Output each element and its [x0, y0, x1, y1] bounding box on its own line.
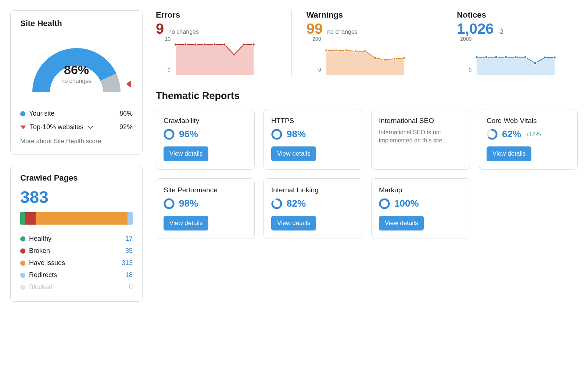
donut-icon: [271, 198, 282, 209]
report-delta: +12%: [526, 131, 541, 138]
crawl-row[interactable]: Broken 35: [20, 245, 133, 257]
metric-errors: Errors 9 no changes 10 0: [156, 10, 277, 76]
view-details-button[interactable]: View details: [164, 216, 208, 230]
report-card-international-seo: International SEOInternational SEO is no…: [371, 109, 470, 170]
axis-label: 200: [306, 36, 321, 42]
view-details-button[interactable]: View details: [379, 216, 424, 230]
dot-icon: [20, 248, 25, 254]
mini-chart-notices: [475, 40, 556, 76]
crawl-value: 313: [122, 259, 133, 267]
legend-your-site-label: Your site: [29, 110, 54, 117]
svg-point-1: [184, 43, 187, 46]
svg-point-14: [374, 57, 376, 59]
dot-icon: [20, 285, 25, 290]
crawl-label: Broken: [29, 247, 50, 255]
report-card-core-web-vitals: Core Web Vitals 62% +12% View details: [479, 109, 578, 170]
metric-notices-title: Notices: [457, 10, 578, 20]
svg-point-38: [380, 199, 389, 208]
svg-point-15: [383, 58, 386, 61]
report-card-https: HTTPS 98% View details: [263, 109, 362, 170]
crawl-value: 0: [129, 283, 133, 291]
svg-point-17: [403, 57, 405, 59]
axis-label: 0: [156, 67, 171, 73]
svg-point-5: [223, 43, 226, 46]
bar-segment: [128, 212, 133, 225]
svg-point-24: [534, 62, 537, 64]
svg-point-10: [335, 49, 337, 52]
triangle-down-icon: [20, 126, 26, 129]
site-health-title: Site Health: [20, 19, 133, 28]
crawl-row[interactable]: Have issues 313: [20, 257, 133, 269]
report-title: Crawlability: [164, 117, 247, 125]
report-title: International SEO: [379, 117, 462, 125]
svg-point-2: [194, 43, 197, 46]
site-health-percent: 86%: [23, 63, 130, 77]
svg-point-4: [214, 43, 216, 46]
thematic-reports-title: Thematic Reports: [156, 90, 578, 102]
svg-point-18: [476, 56, 478, 58]
crawl-value: 18: [125, 271, 133, 279]
crawl-row[interactable]: Blocked 0: [20, 281, 133, 293]
view-details-button[interactable]: View details: [487, 146, 531, 161]
svg-point-7: [243, 43, 245, 46]
report-card-internal-linking: Internal Linking 82% View details: [263, 178, 362, 239]
svg-point-28: [165, 130, 173, 138]
crawled-pages-card: Crawled Pages 383 Healthy 17 Broken 35 H…: [10, 165, 143, 302]
metric-notices-change: -2: [498, 29, 503, 35]
report-title: Markup: [379, 186, 462, 194]
report-title: HTTPS: [271, 117, 355, 125]
svg-point-13: [364, 50, 366, 52]
view-details-button[interactable]: View details: [271, 216, 316, 230]
crawl-label: Have issues: [29, 259, 65, 267]
crawl-label: Healthy: [29, 235, 51, 243]
svg-point-11: [344, 49, 347, 52]
crawl-value: 35: [125, 247, 133, 255]
site-health-subtext: no changes: [23, 78, 130, 84]
crawled-pages-total: 383: [20, 187, 133, 207]
metric-errors-value: 9: [156, 21, 164, 36]
dot-icon: [20, 261, 25, 266]
svg-point-20: [495, 56, 498, 58]
site-health-card: Site Health 86% no changes Your site 86%: [10, 10, 143, 155]
view-details-button[interactable]: View details: [271, 146, 316, 161]
report-desc: International SEO is not implemented on …: [379, 128, 462, 145]
svg-point-8: [252, 43, 255, 46]
axis-label: 0: [306, 67, 321, 73]
crawl-row[interactable]: Redirects 18: [20, 269, 133, 281]
metric-notices-value: 1,026: [457, 21, 494, 36]
svg-point-3: [204, 43, 206, 46]
view-details-button[interactable]: View details: [164, 146, 208, 161]
report-percent: 98%: [287, 128, 306, 140]
axis-label: 10: [156, 36, 171, 42]
bar-segment: [25, 212, 36, 225]
donut-icon: [164, 198, 175, 209]
svg-point-23: [524, 56, 527, 58]
crawl-label: Redirects: [29, 271, 57, 279]
donut-icon: [164, 129, 175, 140]
crawled-pages-bar: [20, 212, 133, 225]
bar-segment: [36, 212, 128, 225]
report-title: Core Web Vitals: [487, 117, 570, 125]
mini-chart-errors: [174, 40, 255, 76]
dot-icon: [20, 236, 25, 242]
crawl-label: Blocked: [29, 283, 53, 291]
benchmark-pointer-icon: [126, 80, 131, 88]
donut-icon: [379, 198, 390, 209]
site-health-info-link[interactable]: More about Site Health score: [20, 138, 101, 146]
metric-warnings: Warnings 99 no changes 200 0: [306, 10, 427, 76]
dot-icon: [20, 111, 25, 116]
crawl-row[interactable]: Healthy 17: [20, 233, 133, 245]
legend-top10[interactable]: Top-10% websites 92%: [20, 120, 133, 134]
metric-errors-change: no changes: [168, 29, 199, 35]
svg-point-19: [485, 56, 488, 58]
site-health-gauge: 86% no changes: [23, 33, 130, 103]
svg-point-16: [393, 58, 396, 60]
svg-point-21: [505, 56, 507, 58]
metric-warnings-title: Warnings: [306, 10, 427, 20]
crawled-pages-title: Crawled Pages: [20, 173, 133, 183]
svg-point-6: [233, 53, 236, 56]
report-percent: 98%: [179, 198, 198, 209]
thematic-reports-grid: Crawlability 96% View detailsHTTPS 98% V…: [156, 109, 578, 239]
metric-errors-title: Errors: [156, 10, 277, 20]
report-card-markup: Markup 100% View details: [371, 178, 470, 239]
